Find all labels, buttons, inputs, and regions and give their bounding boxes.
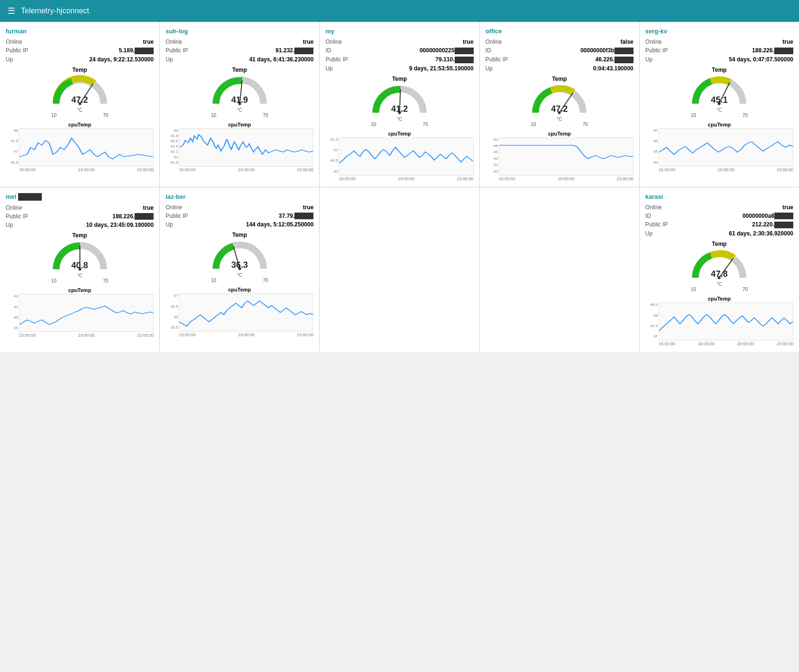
- gauge-mel: Temp 40.8 °C 1070: [6, 232, 154, 283]
- chart-suh-log: cpuTemp 4342.842.642.442.24241.8: [166, 122, 313, 172]
- device-title-laz-ber[interactable]: laz-ber: [166, 193, 313, 200]
- chart-my: cpuTemp 41.54140.540: [325, 131, 473, 181]
- online-label: Online: [6, 39, 22, 45]
- publicip-label: Public IP: [6, 47, 28, 54]
- gauge-furman: Temp 47.2 °C 1070: [6, 67, 154, 118]
- chart-office: cpuTemp 504846444240: [486, 131, 633, 181]
- card-serg-kv: serg-kv Online true Public IP 188.226. U…: [640, 22, 799, 187]
- gauge-laz-ber: Temp 36.3 °C 1070: [166, 232, 313, 283]
- card-laz-ber: laz-ber Online true Public IP 37.79. Up …: [160, 187, 319, 352]
- online-value-furman: true: [143, 39, 154, 45]
- chart-karasi: cpuTemp 48.54847.547: [645, 296, 793, 346]
- hamburger-icon[interactable]: ☰: [8, 6, 15, 16]
- card-office: office Online false ID 00000000f3b Publi…: [480, 22, 639, 187]
- device-title-my[interactable]: my: [325, 28, 473, 35]
- card-furman: furman Online true Public IP 5.189. Up 2…: [0, 22, 159, 187]
- online-value-suh-log: true: [303, 39, 314, 45]
- device-title-suh-log[interactable]: suh-log: [166, 28, 313, 35]
- chart-serg-kv: cpuTemp 47464544: [645, 122, 793, 172]
- up-label: Up: [6, 56, 13, 63]
- device-title-mel[interactable]: mel: [6, 193, 154, 201]
- card-mel: mel Online true Public IP 188.226. Up 10…: [0, 187, 159, 352]
- chart-mel: cpuTemp 42414039: [6, 287, 154, 338]
- main-grid: furman Online true Public IP 5.189. Up 2…: [0, 22, 799, 352]
- gauge-office: Temp 47.2 °C 1070: [486, 76, 633, 127]
- card-suh-log: suh-log Online true Public IP 91.232. Up…: [160, 22, 319, 187]
- chart-furman: cpuTemp 4847.54746.5: [6, 122, 154, 172]
- device-title-karasi[interactable]: karasi: [645, 193, 793, 200]
- gauge-suh-log: Temp 41.9 °C 1070: [166, 67, 313, 118]
- gauge-serg-kv: Temp 45.1 °C 1070: [645, 67, 793, 118]
- chart-laz-ber: cpuTemp 3736.53635.5: [166, 287, 313, 337]
- empty-col3: [320, 187, 479, 352]
- card-karasi: karasi Online true ID 00000000a8 Public …: [640, 187, 799, 352]
- app-title: Telemetry-hjconnect: [21, 7, 89, 15]
- gauge-my: Temp 41.2 °C 1070: [325, 76, 473, 127]
- device-title-furman[interactable]: furman: [6, 28, 154, 35]
- device-title-serg-kv[interactable]: serg-kv: [645, 28, 793, 35]
- header: ☰ Telemetry-hjconnect: [0, 0, 799, 22]
- publicip-value-furman: 5.189.: [119, 47, 154, 54]
- gauge-karasi: Temp 47.8 °C 1070: [645, 241, 793, 292]
- card-my: my Online true ID 00000000225 Public IP …: [320, 22, 479, 187]
- empty-col4: [480, 187, 639, 352]
- device-title-office[interactable]: office: [486, 28, 633, 35]
- up-value-furman: 24 days, 9:22:12.530000: [89, 56, 154, 63]
